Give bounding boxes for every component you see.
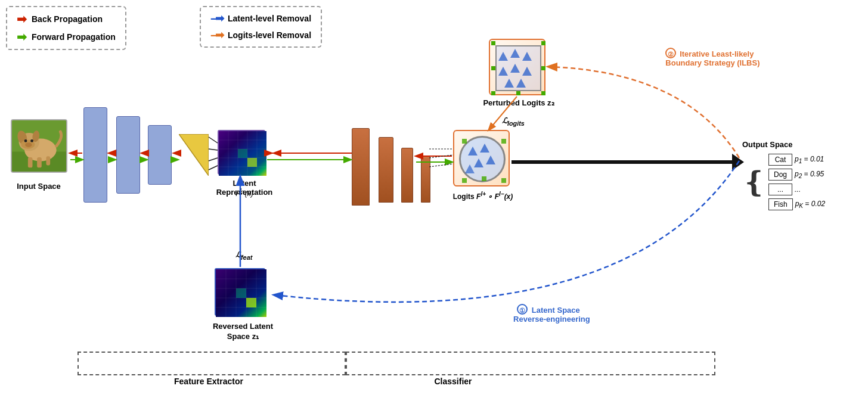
step1-label: ① Latent Space Reverse-engineering [489, 304, 608, 324]
input-space-label: Input Space [3, 182, 75, 191]
classifier-bar-2 [379, 137, 393, 203]
funnel-shape [179, 134, 209, 178]
svg-rect-30 [462, 139, 467, 144]
svg-rect-60 [246, 298, 256, 307]
classifier-boundary [346, 352, 715, 375]
logits-removal-label: Logits-level Removal [228, 30, 311, 40]
dog-prob: p2 = 0.95 [795, 170, 836, 179]
nn-layer-2 [116, 116, 140, 194]
output-row-dog: Dog p2 = 0.95 [768, 169, 837, 181]
diagram-container: ➡ Back Propagation ➡ Forward Propagation… [0, 0, 868, 398]
output-row-ellipsis: ... ... [768, 184, 837, 195]
svg-rect-34 [482, 176, 486, 181]
forward-prop-arrow: ➡ [17, 30, 27, 44]
step2-label: ② Iterative Least-likely Boundary Strate… [644, 48, 775, 67]
feature-extractor-label: Feature Extractor [137, 377, 280, 386]
perturbed-logits-label: Perturbed Logits z₂ [477, 98, 560, 107]
svg-rect-11 [37, 157, 42, 167]
logits-removal-legend: --➡ Logits-level Removal [210, 29, 311, 42]
feature-extractor-boundary [78, 352, 346, 375]
svg-marker-27 [474, 158, 483, 167]
output-row-cat: Cat p1 = 0.01 [768, 154, 837, 166]
reversed-latent-label: Reversed LatentSpace z₁ [200, 322, 286, 342]
legend-box-1: ➡ Back Propagation ➡ Forward Propagation [6, 6, 126, 50]
svg-rect-23 [247, 158, 257, 167]
input-image [11, 119, 67, 173]
latent-removal-label: Latent-level Removal [228, 14, 311, 23]
logits-removal-arrow: --➡ [210, 29, 223, 42]
l-logits-label: ℒlogits [502, 116, 525, 127]
output-table: Output Space ❴ Cat p1 = 0.01 Dog p2 = 0.… [742, 140, 837, 210]
svg-line-80 [429, 155, 453, 158]
classifier-bar-3 [401, 148, 413, 203]
big-arrow [512, 154, 744, 170]
forward-prop-label: Forward Propagation [32, 32, 116, 42]
l-feat-label: ℒfeat [235, 250, 252, 261]
svg-line-81 [429, 164, 453, 167]
back-prop-legend: ➡ Back Propagation [17, 12, 116, 26]
latent-removal-arrow: --➡ [210, 12, 223, 25]
classifier-label: Classifier [382, 377, 525, 386]
svg-rect-24 [238, 149, 247, 158]
svg-rect-48 [516, 91, 520, 95]
svg-rect-44 [491, 41, 495, 45]
back-prop-label: Back Propagation [32, 14, 103, 24]
svg-rect-31 [501, 139, 506, 144]
ellipsis-label: ... [768, 184, 792, 195]
nn-layer-3 [148, 125, 172, 185]
reversed-latent-heatmap [215, 268, 265, 316]
svg-point-9 [25, 142, 32, 147]
svg-marker-29 [465, 164, 475, 173]
svg-rect-61 [236, 288, 246, 298]
forward-prop-legend: ➡ Forward Propagation [17, 30, 116, 44]
cat-prob: p1 = 0.01 [795, 155, 836, 164]
svg-rect-47 [541, 91, 545, 95]
fish-prob: pK = 0.02 [795, 200, 837, 209]
ellipsis-prob: ... [795, 185, 836, 194]
output-row-fish: Fish pK = 0.02 [768, 198, 837, 210]
logits-label: Logits Fl+ ∘ Fl−(x) [435, 191, 531, 201]
svg-point-8 [30, 139, 33, 142]
svg-rect-32 [462, 178, 467, 183]
output-space-label: Output Space [742, 140, 837, 149]
svg-line-72 [209, 158, 218, 161]
svg-rect-33 [501, 178, 506, 183]
svg-rect-49 [491, 66, 495, 70]
classifier-bar-4 [421, 156, 430, 203]
legend-box-2: --➡ Latent-level Removal --➡ Logits-leve… [200, 6, 322, 48]
svg-rect-12 [46, 156, 50, 165]
logits-box [453, 130, 510, 186]
svg-marker-26 [480, 144, 489, 153]
svg-line-70 [209, 137, 218, 143]
svg-line-73 [209, 166, 218, 170]
classifier-bar-1 [352, 128, 370, 206]
svg-line-71 [209, 149, 218, 150]
nn-layer-1 [83, 107, 107, 203]
svg-rect-46 [491, 91, 495, 95]
svg-rect-10 [28, 157, 33, 167]
fish-label: Fish [768, 198, 793, 210]
svg-marker-28 [486, 156, 495, 164]
svg-rect-50 [541, 66, 545, 70]
perturbed-logits-box [489, 39, 545, 95]
svg-rect-45 [541, 41, 545, 45]
svg-point-7 [24, 139, 27, 142]
dog-label: Dog [768, 169, 792, 181]
logits-circle [459, 136, 506, 182]
back-prop-arrow: ➡ [17, 12, 27, 26]
f-latent-label: Fl−(x) [212, 188, 277, 198]
svg-marker-13 [179, 134, 209, 176]
svg-marker-25 [468, 147, 478, 156]
cat-label: Cat [768, 154, 792, 166]
latent-heatmap [218, 130, 265, 175]
latent-removal-legend: --➡ Latent-level Removal [210, 12, 311, 25]
